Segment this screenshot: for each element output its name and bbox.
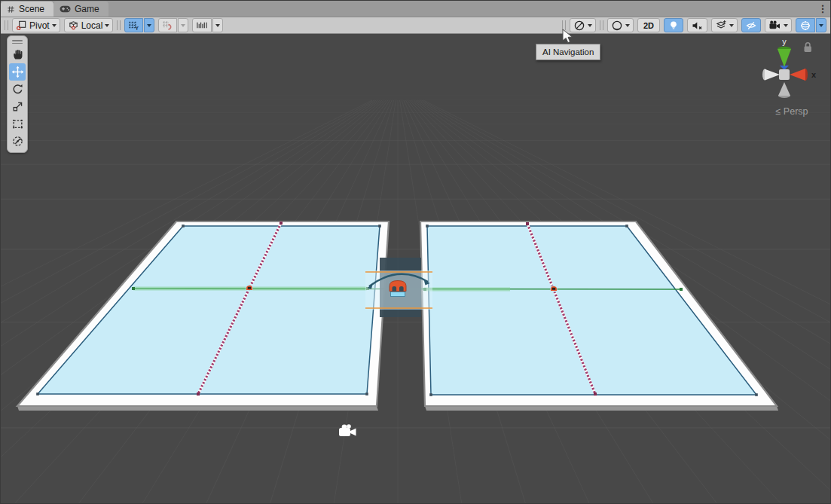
toolbar-drag-handle[interactable] xyxy=(5,20,8,30)
gizmo-center-cube[interactable] xyxy=(779,69,790,80)
pivot-icon xyxy=(16,20,27,31)
grid-snapping-toggle[interactable] xyxy=(158,18,177,32)
rect-tool-icon xyxy=(11,118,24,130)
vertex-handle[interactable] xyxy=(755,393,758,396)
vertex-handle[interactable] xyxy=(625,225,628,228)
gizmos-sphere-icon xyxy=(799,20,811,32)
grid-snap-icon xyxy=(162,20,173,31)
orientation-dropdown[interactable]: Local xyxy=(64,18,114,32)
scale-tool-button[interactable] xyxy=(9,98,26,115)
axis-x-label: x xyxy=(811,70,817,79)
axis-y-cone[interactable] xyxy=(778,49,791,67)
grid-visibility-group: Y xyxy=(124,18,154,32)
scene-grid-icon xyxy=(7,5,15,14)
scale-tool-icon xyxy=(11,100,24,113)
tools-overlay-drag-handle[interactable] xyxy=(8,38,27,46)
navmesh-link-marker[interactable] xyxy=(550,285,558,292)
grid-snapping-group xyxy=(158,18,188,32)
grid-visibility-toggle[interactable]: Y xyxy=(124,18,143,32)
scene-visibility-toggle[interactable] xyxy=(741,18,761,32)
chevron-down-icon xyxy=(215,24,220,27)
tab-game[interactable]: Game xyxy=(53,2,108,17)
chevron-down-icon xyxy=(784,24,788,27)
persp-label: Persp xyxy=(784,106,808,117)
local-cube-icon xyxy=(68,20,79,31)
axis-x-cone[interactable] xyxy=(790,69,805,81)
chevron-down-icon xyxy=(181,24,185,27)
link-bridge-icon xyxy=(390,281,406,292)
rect-tool-button[interactable] xyxy=(9,115,26,133)
2d-label: 2D xyxy=(641,21,656,30)
scene-viewport[interactable]: y x ≤ Persp AI Navigation xyxy=(1,34,831,504)
tools-overlay xyxy=(7,35,28,153)
persp-chevron-glyph: ≤ xyxy=(775,106,781,117)
chevron-down-icon xyxy=(625,24,630,27)
orientation-label: Local xyxy=(81,20,103,31)
tab-scene-label: Scene xyxy=(19,4,44,14)
transform-tool-icon xyxy=(11,135,24,148)
audio-mute-toggle[interactable] xyxy=(687,18,707,32)
lock-icon[interactable] xyxy=(805,43,811,52)
vertex-handle[interactable] xyxy=(378,225,381,228)
perspective-toggle[interactable]: ≤ Persp xyxy=(760,106,823,117)
draw-mode-dropdown[interactable] xyxy=(607,18,634,32)
grid-visibility-dropdown[interactable] xyxy=(144,18,154,32)
axis-down-cone[interactable] xyxy=(778,82,790,96)
court-right[interactable] xyxy=(420,221,778,411)
pivot-label: Pivot xyxy=(29,20,50,31)
ai-navigation-compass-icon xyxy=(573,20,585,32)
toolbar-separator xyxy=(117,20,121,30)
chevron-down-icon xyxy=(588,24,592,27)
navmesh-surface[interactable] xyxy=(38,226,380,394)
video-camera-icon xyxy=(768,20,781,32)
gizmos-group xyxy=(796,18,826,32)
shaded-sphere-icon xyxy=(611,20,623,32)
lightbulb-icon xyxy=(668,20,680,32)
toolbar-separator xyxy=(600,20,603,30)
chevron-down-icon xyxy=(147,24,151,27)
gizmos-toggle[interactable] xyxy=(796,18,815,32)
gizmos-dropdown[interactable] xyxy=(816,18,826,32)
speaker-muted-icon xyxy=(691,20,704,32)
move-tool-button[interactable] xyxy=(9,63,26,81)
axis-left-cone[interactable] xyxy=(765,69,780,81)
tooltip-text: AI Navigation xyxy=(542,47,594,57)
rotate-tool-button[interactable] xyxy=(9,81,26,98)
link-width-handle[interactable] xyxy=(132,287,135,290)
2d-view-toggle[interactable]: 2D xyxy=(637,18,660,32)
svg-text:Y: Y xyxy=(136,26,139,31)
hand-tool-button[interactable] xyxy=(9,46,26,63)
tab-scene[interactable]: Scene xyxy=(1,2,53,17)
vertex-handle[interactable] xyxy=(36,393,39,396)
snap-increment-button[interactable] xyxy=(192,18,212,32)
grid-snapping-dropdown[interactable] xyxy=(178,18,188,32)
navmesh-surface[interactable] xyxy=(427,226,756,395)
ai-navigation-tooltip: AI Navigation xyxy=(536,44,600,60)
eye-slash-icon xyxy=(745,20,757,32)
vertex-handle[interactable] xyxy=(429,393,432,396)
vertex-handle[interactable] xyxy=(365,393,368,396)
rotate-tool-icon xyxy=(11,83,24,96)
scene-lighting-toggle[interactable] xyxy=(664,18,683,32)
pivot-dropdown[interactable]: Pivot xyxy=(12,18,60,32)
gamepad-icon xyxy=(60,5,71,13)
pane-menu-button[interactable]: ⋮ xyxy=(815,3,830,17)
move-tool-icon xyxy=(11,66,24,78)
chevron-down-icon xyxy=(729,24,734,27)
scene-toolbar: Pivot Local xyxy=(1,17,830,34)
transform-tool-button[interactable] xyxy=(9,133,26,150)
scene-camera-gizmo-icon[interactable] xyxy=(339,424,356,436)
unity-scene-window: Scene Game ⋮ Pivot xyxy=(0,0,831,504)
snap-increment-dropdown[interactable] xyxy=(212,18,223,32)
axis-y-label: y xyxy=(782,37,787,46)
scene-3d-render[interactable] xyxy=(1,34,831,504)
effects-dropdown[interactable] xyxy=(711,18,738,32)
chevron-down-icon xyxy=(105,24,109,27)
vertex-handle[interactable] xyxy=(182,225,185,228)
camera-settings-dropdown[interactable] xyxy=(765,18,792,32)
mouse-cursor xyxy=(562,29,574,45)
link-width-handle[interactable] xyxy=(680,288,683,291)
tab-game-label: Game xyxy=(75,4,99,14)
vertex-handle[interactable] xyxy=(426,225,429,228)
navmesh-link-marker[interactable] xyxy=(246,284,253,292)
